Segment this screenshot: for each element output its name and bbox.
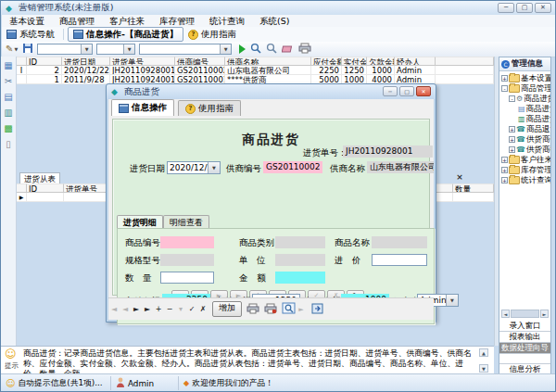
trash-icon[interactable]: ▯ xyxy=(3,138,15,150)
title-bar[interactable]: ◆ 营销管理系统(未注册版) xyxy=(1,1,556,15)
status-auto-tip[interactable]: ☺ 自动提示信息(共1项)... xyxy=(1,376,111,390)
pencil-dropdown-icon[interactable]: ▼ xyxy=(14,46,18,52)
col-paid[interactable]: 实付金额 xyxy=(342,57,367,66)
tree-item-return[interactable]: +☎商品退货 xyxy=(499,124,550,134)
pencil-icon[interactable]: ✎ xyxy=(6,44,13,55)
goods-category-field[interactable] xyxy=(275,236,325,248)
toggle-icon[interactable]: + xyxy=(509,136,515,143)
tree-item-statistics[interactable]: +统计查询 xyxy=(499,175,550,185)
chart-icon[interactable]: ▩ xyxy=(3,122,15,134)
toggle-icon[interactable]: - xyxy=(509,95,515,102)
printer-setup-icon[interactable] xyxy=(264,303,277,316)
tree-item-inventory[interactable]: +库存管理 xyxy=(499,165,550,175)
scroll-up-icon[interactable]: ▲ xyxy=(479,348,488,357)
print-preview-icon[interactable] xyxy=(282,302,296,316)
maximize-icon[interactable]: ▢ xyxy=(399,86,414,96)
nav-first-icon[interactable]: ◄ xyxy=(108,305,120,313)
tab-detail-view[interactable]: 明细查看 xyxy=(163,215,209,229)
tab-detail-entry[interactable]: 进货明细 xyxy=(117,215,163,229)
col-debt[interactable]: 欠款金额 xyxy=(367,57,395,66)
toggle-icon[interactable]: - xyxy=(501,85,508,92)
tree-item-purchase[interactable]: -⚙商品进货 xyxy=(499,94,550,104)
menu-goods-manage[interactable]: 商品管理 xyxy=(52,15,102,27)
minimize-icon[interactable]: ─ xyxy=(383,86,398,96)
tab-usage-guide[interactable]: ? 使用指南 xyxy=(178,100,241,116)
toggle-icon[interactable]: + xyxy=(501,157,508,163)
menu-statistics[interactable]: 统计查询 xyxy=(202,15,252,27)
chevron-down-icon[interactable]: ▼ xyxy=(81,44,92,54)
goods-code-field[interactable] xyxy=(160,236,214,248)
maximize-icon[interactable]: ▢ xyxy=(516,3,533,13)
sidebar-button-process[interactable]: 数据处理向导 xyxy=(499,343,550,354)
chevron-down-icon[interactable]: ▼ xyxy=(208,162,220,173)
col-supplier-code[interactable]: 供商编号 xyxy=(175,57,225,66)
spec-field[interactable] xyxy=(160,254,214,266)
sidebar-button-report[interactable]: 报表输出 xyxy=(499,332,550,343)
search-plus-icon[interactable] xyxy=(250,43,261,56)
system-nav-button[interactable]: 系统导航 xyxy=(2,28,59,41)
filter-combo-1[interactable]: ▼ xyxy=(37,44,93,55)
col-date[interactable]: 进货日期 xyxy=(62,57,110,66)
form-icon[interactable]: ▤ xyxy=(3,91,15,103)
order-no-field[interactable]: JH20110928001 xyxy=(343,145,433,158)
nav-next-icon[interactable]: ► xyxy=(131,305,142,313)
nav-delete-icon[interactable]: − xyxy=(164,305,175,313)
filter-combo-2[interactable]: ▼ xyxy=(96,44,135,55)
printer-icon[interactable] xyxy=(298,43,311,56)
play-icon[interactable]: ► xyxy=(296,306,307,313)
chevron-down-icon[interactable]: ▼ xyxy=(220,44,231,54)
add-button[interactable]: 增加 xyxy=(212,301,242,317)
unit-field[interactable] xyxy=(275,254,325,266)
sidebar-header[interactable]: C 管理信息 xyxy=(499,57,550,71)
export-icon[interactable] xyxy=(311,303,323,316)
col-order-no[interactable]: 进货单号 xyxy=(110,57,175,66)
tree-item-purchase-report[interactable]: ▥商品进货 xyxy=(499,114,550,124)
tree-item-basic[interactable]: +基本设置 xyxy=(499,73,550,83)
report-icon[interactable]: ▥ xyxy=(3,107,15,119)
close-icon[interactable]: ✕ xyxy=(416,86,431,96)
col-id[interactable]: ID xyxy=(27,57,62,66)
supplier-code-field[interactable]: GS20110002 xyxy=(263,161,322,173)
filter-combo-3[interactable]: ▼ xyxy=(139,44,232,55)
date-picker[interactable]: 2020/12/22 ▼ xyxy=(167,161,221,174)
tree-item-customer[interactable]: +客户往来 xyxy=(499,155,550,165)
guide-button[interactable]: ? 使用指南 xyxy=(183,28,241,41)
chevron-down-icon[interactable]: ▼ xyxy=(446,295,458,306)
supplier-name-field[interactable]: 山东电器有限公司 xyxy=(367,161,434,173)
qty-field[interactable] xyxy=(160,272,214,284)
price-field[interactable] xyxy=(372,254,427,266)
scroll-right-icon[interactable]: ► xyxy=(540,310,549,318)
save-icon[interactable] xyxy=(22,43,33,56)
cut-icon[interactable]: ✂ xyxy=(3,75,15,87)
tab-info-operation[interactable]: 信息操作 xyxy=(111,99,174,116)
toggle-icon[interactable]: + xyxy=(509,146,515,153)
menu-customer[interactable]: 客户往来 xyxy=(102,15,152,27)
sub-table-close-icon[interactable]: × xyxy=(454,171,465,183)
panel-icon[interactable]: ▦ xyxy=(3,59,15,71)
minimize-icon[interactable]: ─ xyxy=(498,3,514,13)
scroll-thumb[interactable] xyxy=(511,310,539,318)
col-operator[interactable]: 经办人 xyxy=(395,57,436,66)
close-icon[interactable]: ✕ xyxy=(535,3,551,13)
table-row[interactable]: I 2 2020/12/22 JH20110928001 GS20110002 … xyxy=(17,66,494,75)
toggle-icon[interactable]: + xyxy=(509,126,515,133)
tab-info-operation[interactable]: 信息操作-【商品进货】 xyxy=(68,27,183,42)
sub-col-id[interactable]: ID xyxy=(27,183,64,193)
sidebar-scrollbar[interactable]: ◄ ► xyxy=(501,310,549,318)
menu-system[interactable]: 系统(S) xyxy=(252,15,297,27)
printer-icon[interactable] xyxy=(246,303,259,316)
toggle-icon[interactable]: + xyxy=(501,177,508,183)
nav-post-icon[interactable]: ✓ xyxy=(186,305,197,313)
nav-edit-icon[interactable]: ▾ xyxy=(175,305,186,313)
tree-item-supplier-account[interactable]: +☎供货商往来 xyxy=(499,145,550,155)
nav-prev-icon[interactable]: ◄ xyxy=(120,305,131,313)
tree-item-purchase-form[interactable]: ▤商品进货 xyxy=(499,104,550,114)
col-payable[interactable]: 应付金额 xyxy=(311,57,342,66)
chevron-down-icon[interactable]: ▼ xyxy=(123,44,134,54)
menu-basic-settings[interactable]: 基本设置 xyxy=(2,15,52,27)
search-icon[interactable] xyxy=(266,43,277,56)
nav-last-icon[interactable]: ► xyxy=(142,305,153,313)
toggle-icon[interactable]: + xyxy=(501,167,508,173)
nav-insert-icon[interactable]: + xyxy=(153,305,164,313)
toggle-icon[interactable]: + xyxy=(501,75,508,82)
